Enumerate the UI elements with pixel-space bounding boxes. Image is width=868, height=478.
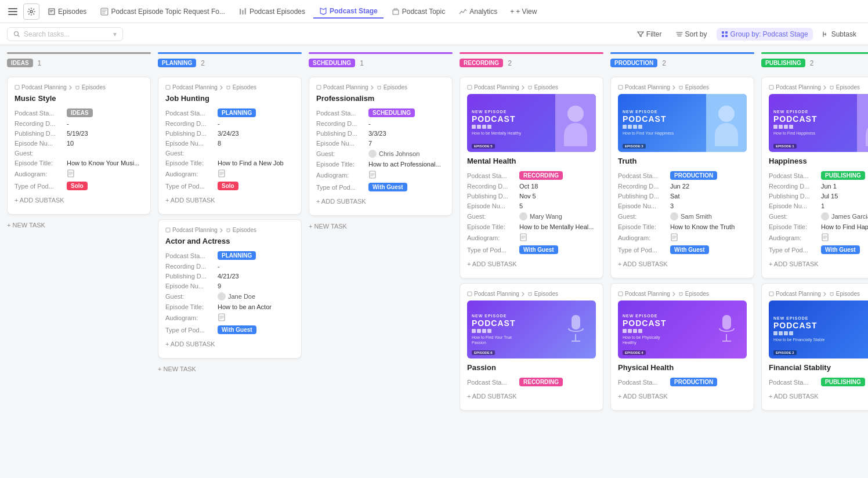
add-subtask-button[interactable]: + ADD SUBTASK (15, 193, 143, 207)
card-field: Podcast Sta...RECORDING (467, 378, 596, 386)
settings-icon[interactable] (23, 3, 39, 20)
column-publishing: PUBLISHING2 Podcast Planning EpisodesNEW… (761, 52, 868, 471)
field-label: Recording D... (316, 120, 368, 127)
tab-podcast-stage[interactable]: Podcast Stage (313, 5, 384, 19)
field-value: 3/24/23 (218, 130, 239, 137)
field-value (368, 171, 377, 180)
field-value: How to be Mentally Heal... (519, 223, 594, 230)
column-badge: IDEAS (7, 59, 33, 67)
search-box[interactable]: Search tasks... ▾ (7, 27, 123, 41)
new-task-button[interactable]: + NEW TASK (7, 219, 151, 231)
card-field: Publishing D...3/3/23 (316, 130, 445, 137)
field-label: Episode Nu... (15, 140, 67, 147)
field-value: - (218, 120, 220, 127)
column-count: 2 (201, 59, 205, 67)
task-card[interactable]: Podcast Planning EpisodesNEW EPISODEPODC… (610, 77, 754, 278)
card-image: NEW EPISODEPODCASTHow to be Physically H… (618, 300, 747, 358)
task-card[interactable]: Podcast Planning EpisodesActor and Actre… (158, 219, 302, 358)
toolbar-right: Filter Sort by Group by: Podcast Stage S… (632, 28, 861, 41)
card-field: Guest:Mary Wang (467, 212, 596, 220)
add-subtask-button[interactable]: + ADD SUBTASK (316, 194, 445, 208)
task-card[interactable]: Podcast Planning EpisodesMusic StylePodc… (7, 77, 151, 215)
tab-topic-request[interactable]: Podcast Episode Topic Request Fo... (95, 5, 231, 18)
card-field: Type of Pod...With Guest (316, 183, 445, 191)
column-header: PLANNING2 (158, 59, 302, 71)
tab-podcast-episodes[interactable]: Podcast Episodes (233, 5, 311, 18)
board: IDEAS1 Podcast Planning EpisodesMusic St… (0, 45, 868, 478)
card-field: Episode Title:How to be Mentally Heal... (467, 223, 596, 230)
toolbar: Search tasks... ▾ Filter Sort by Group b… (0, 23, 868, 45)
task-card[interactable]: Podcast Planning EpisodesNEW EPISODEPODC… (761, 77, 868, 278)
task-card[interactable]: Podcast Planning EpisodesNEW EPISODEPODC… (460, 77, 603, 278)
column-top-bar (7, 52, 151, 54)
card-field: Audiogram: (165, 169, 294, 179)
card-field: Episode Nu...3 (618, 202, 747, 209)
hamburger-icon[interactable] (5, 3, 21, 20)
new-task-button[interactable]: + NEW TASK (158, 363, 302, 375)
tab-episodes[interactable]: Episodes (42, 5, 92, 18)
svg-rect-30 (722, 315, 731, 329)
card-field: Podcast Sta...PRODUCTION (618, 171, 747, 180)
card-field: Type of Pod...Solo (15, 182, 143, 190)
field-value (218, 169, 226, 179)
column-count: 2 (810, 59, 814, 67)
card-title: Truth (618, 157, 747, 165)
add-subtask-button[interactable]: + ADD SUBTASK (769, 257, 868, 271)
field-value (670, 233, 678, 242)
sort-button[interactable]: Sort by (671, 28, 712, 41)
card-title: Passion (467, 363, 596, 372)
field-label: Publishing D... (316, 130, 368, 137)
field-value: How to be an Actor (218, 303, 272, 310)
add-subtask-button[interactable]: + ADD SUBTASK (618, 389, 747, 403)
add-subtask-button[interactable]: + ADD SUBTASK (467, 389, 596, 403)
card-field: Audiogram: (769, 233, 868, 242)
add-subtask-button[interactable]: + ADD SUBTASK (165, 337, 294, 351)
task-card[interactable]: Podcast Planning EpisodesNEW EPISODEPODC… (610, 283, 754, 411)
card-field: Episode Nu...5 (467, 202, 596, 209)
field-value (67, 169, 75, 179)
filter-button[interactable]: Filter (632, 28, 667, 41)
tab-podcast-topic[interactable]: Podcast Topic (386, 5, 451, 18)
field-label: Episode Title: (165, 303, 218, 310)
task-card[interactable]: Podcast Planning EpisodesNEW EPISODEPODC… (761, 283, 868, 411)
task-card[interactable]: Podcast Planning EpisodesNEW EPISODEPODC… (460, 283, 603, 411)
column-top-bar (761, 52, 868, 54)
svg-rect-19 (317, 85, 321, 89)
add-view-button[interactable]: ++ View (505, 5, 541, 18)
column-header: PUBLISHING2 (761, 59, 868, 71)
card-field: Publishing D...3/24/23 (165, 130, 294, 137)
subtask-button[interactable]: Subtask (818, 28, 861, 41)
svg-rect-21 (468, 85, 472, 89)
field-value: How to act Professional... (368, 161, 441, 168)
column-count: 1 (38, 59, 42, 67)
svg-rect-10 (725, 31, 728, 34)
new-task-button[interactable]: + NEW TASK (309, 220, 453, 232)
task-card[interactable]: Podcast Planning EpisodesJob HuntingPodc… (158, 77, 302, 215)
group-button[interactable]: Group by: Podcast Stage (717, 28, 813, 41)
field-value: Jul 15 (821, 193, 838, 200)
card-field: Episode Nu...7 (316, 140, 445, 147)
task-card[interactable]: Podcast Planning EpisodesProfessionalism… (309, 77, 453, 216)
card-image: NEW EPISODEPODCASTHow to Find HappinessE… (769, 94, 868, 152)
svg-rect-13 (15, 85, 19, 89)
field-label: Type of Pod... (618, 247, 670, 254)
column-badge: PRODUCTION (610, 59, 657, 67)
card-field: Podcast Sta...PLANNING (165, 108, 294, 117)
add-subtask-button[interactable]: + ADD SUBTASK (467, 257, 596, 271)
add-subtask-button[interactable]: + ADD SUBTASK (618, 257, 747, 271)
svg-rect-27 (619, 85, 623, 89)
tab-analytics[interactable]: Analytics (453, 5, 503, 18)
card-field: Episode Nu...1 (769, 202, 868, 209)
field-label: Publishing D... (15, 130, 67, 137)
svg-rect-0 (8, 8, 17, 9)
field-label: Podcast Sta... (15, 110, 67, 117)
svg-rect-17 (166, 228, 170, 232)
add-subtask-button[interactable]: + ADD SUBTASK (165, 193, 294, 207)
card-breadcrumb: Podcast Planning Episodes (467, 84, 596, 90)
add-subtask-button[interactable]: + ADD SUBTASK (769, 389, 868, 403)
field-label: Recording D... (165, 120, 218, 127)
column-header: PRODUCTION2 (610, 59, 754, 71)
svg-rect-33 (769, 85, 773, 89)
svg-rect-1 (8, 11, 17, 12)
field-label: Guest: (165, 150, 218, 157)
